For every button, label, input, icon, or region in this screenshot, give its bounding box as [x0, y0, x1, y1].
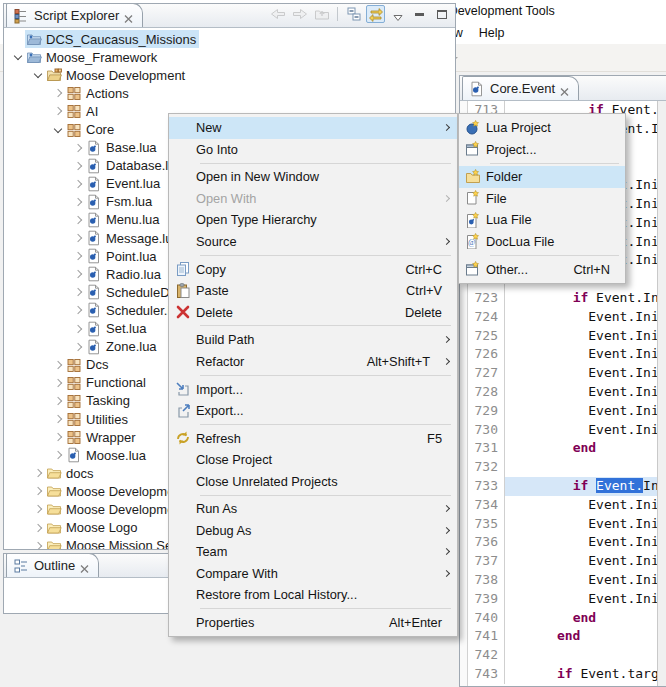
expand-chevron-icon[interactable] [53, 379, 61, 387]
context-menu-item-team[interactable]: Team [169, 541, 457, 563]
context-menu-item-refresh[interactable]: RefreshF5 [169, 427, 457, 449]
new-submenu-item-folder[interactable]: Folder [459, 166, 625, 188]
code-line[interactable]: 738 Event.IniCategory = Event.IniUnit:Ge… [468, 571, 657, 590]
code-line[interactable]: 723 if Event.IniDCSGroup and Event.IniDC… [468, 289, 657, 308]
context-menu-item-debug-as[interactable]: Debug As [169, 520, 457, 542]
code-line[interactable]: 732 [468, 458, 657, 477]
expand-chevron-icon[interactable] [33, 469, 41, 477]
tab-outline[interactable]: Outline [6, 553, 99, 577]
context-menu-item-delete[interactable]: DeleteDelete [169, 301, 457, 323]
menubar-help[interactable]: Help [471, 23, 513, 43]
expand-chevron-icon[interactable] [73, 143, 81, 151]
context-menu-item-open-in-new-window[interactable]: Open in New Window [169, 166, 457, 188]
editor-scrollbar[interactable] [657, 101, 666, 686]
code-line[interactable]: 734 Event.IniUnitName = Event.IniDCSUnit… [468, 496, 657, 515]
new-submenu-item-file[interactable]: File [459, 188, 625, 210]
expand-chevron-icon[interactable] [53, 89, 61, 97]
expand-chevron-icon[interactable] [73, 342, 81, 350]
tree-item-moose-framework[interactable]: Moose_Framework [4, 48, 455, 66]
context-menu-item-open-type-hierarchy[interactable]: Open Type Hierarchy [169, 209, 457, 231]
code-line[interactable]: 737 Event.IniCoalition = Event.IniUnit:G… [468, 552, 657, 571]
new-submenu-item-doclua-file[interactable]: @DocLua File [459, 231, 625, 253]
expand-chevron-icon[interactable] [73, 198, 81, 206]
expand-chevron-icon[interactable] [53, 451, 61, 459]
expand-chevron-icon[interactable] [73, 161, 81, 169]
forward-button[interactable] [290, 5, 309, 23]
code-line[interactable]: 733 if Event.IniDCSUnitName and Event.In… [468, 477, 657, 496]
collapse-all-button[interactable] [344, 5, 363, 23]
collapse-chevron-icon[interactable] [53, 124, 61, 132]
minimize-button[interactable] [410, 5, 429, 23]
tree-item-actions[interactable]: Actions [4, 84, 455, 102]
expand-chevron-icon[interactable] [33, 487, 41, 495]
context-menu-item-copy[interactable]: CopyCtrl+C [169, 258, 457, 280]
code-line[interactable]: 736 Event.IniPlayerName = Event.IniUnit:… [468, 533, 657, 552]
expand-chevron-icon[interactable] [73, 270, 81, 278]
editor-tab-title: Core.Event [490, 81, 555, 96]
code-line[interactable]: 743 if Event.target then [468, 665, 657, 684]
expand-chevron-icon[interactable] [53, 415, 61, 423]
new-submenu-item-other[interactable]: Other...Ctrl+N [459, 258, 625, 280]
expand-chevron-icon[interactable] [53, 433, 61, 441]
expand-chevron-icon[interactable] [73, 234, 81, 242]
back-button[interactable] [268, 5, 287, 23]
expand-chevron-icon[interactable] [73, 288, 81, 296]
code-line[interactable]: 724 Event.IniDCSGroupName = Event.IniDCS… [468, 308, 657, 327]
context-menu-item-restore-from-local-history[interactable]: Restore from Local History... [169, 584, 457, 606]
expand-chevron-icon[interactable] [33, 505, 41, 513]
tab-core-event[interactable]: Core.Event [462, 76, 579, 100]
expand-chevron-icon[interactable] [33, 523, 41, 531]
code-line[interactable]: 739 Event.IniTypeName = Event.IniUnit:Ge… [468, 590, 657, 609]
code-line[interactable]: 742 [468, 646, 657, 665]
view-menu-button[interactable] [388, 5, 407, 23]
new-submenu-item-lua-project[interactable]: Lua Project [459, 117, 625, 139]
context-menu-item-build-path[interactable]: Build Path [169, 329, 457, 351]
maximize-button[interactable] [432, 5, 451, 23]
collapse-chevron-icon[interactable] [13, 52, 21, 60]
code-line[interactable]: 727 Event.IniPlayerName = Event.IniDCSUn… [468, 364, 657, 383]
tab-script-explorer[interactable]: Script Explorer [6, 3, 143, 27]
context-menu-item-new[interactable]: New [169, 117, 457, 139]
expand-chevron-icon[interactable] [73, 216, 81, 224]
close-icon[interactable] [560, 84, 569, 93]
context-menu-item-close-unrelated-projects[interactable]: Close Unrelated Projects [169, 470, 457, 492]
context-menu-item-source[interactable]: Source [169, 231, 457, 253]
context-menu-item-go-into[interactable]: Go Into [169, 139, 457, 161]
code-line[interactable]: 740 end [468, 609, 657, 628]
close-icon[interactable] [80, 561, 89, 570]
context-menu-item-properties[interactable]: PropertiesAlt+Enter [169, 612, 457, 634]
code-line[interactable]: 725 Event.IniGroupName = Event.IniDCSGro… [468, 327, 657, 346]
tree-item-dcs-caucasus-missions[interactable]: DCS_Caucasus_Missions [4, 30, 455, 48]
code-line[interactable]: 726 Event.IniGroup = GROUP:FindByName( E… [468, 345, 657, 364]
expand-chevron-icon[interactable] [73, 306, 81, 314]
code-line[interactable]: 731 end [468, 439, 657, 458]
expand-chevron-icon[interactable] [33, 541, 41, 549]
context-menu-item-import[interactable]: Import... [169, 378, 457, 400]
expand-chevron-icon[interactable] [53, 107, 61, 115]
context-menu-item-export[interactable]: Export... [169, 400, 457, 422]
code-line[interactable]: 735 Event.IniGroupName = Event.IniDCSGro… [468, 515, 657, 534]
tree-item-moose-development[interactable]: Moose Development [4, 66, 455, 84]
new-submenu-item-lua-file[interactable]: Lua File [459, 209, 625, 231]
context-menu-item-paste[interactable]: PasteCtrl+V [169, 280, 457, 302]
code-line[interactable]: 730 Event.IniCountry = Event.IniDCSUnit:… [468, 421, 657, 440]
expand-chevron-icon[interactable] [53, 360, 61, 368]
submenu-arrow-icon [442, 124, 449, 131]
expand-chevron-icon[interactable] [73, 324, 81, 332]
new-submenu-item-project[interactable]: Project... [459, 139, 625, 161]
context-menu-item-close-project[interactable]: Close Project [169, 449, 457, 471]
code-line[interactable]: 741 end [468, 627, 657, 646]
link-with-editor-button[interactable] [366, 5, 385, 23]
folder-icon [46, 465, 62, 481]
up-button[interactable] [312, 5, 331, 23]
expand-chevron-icon[interactable] [73, 252, 81, 260]
close-icon[interactable] [124, 11, 133, 20]
code-line[interactable]: 728 Event.IniCoalition = Event.IniDCSUni… [468, 383, 657, 402]
context-menu-item-run-as[interactable]: Run As [169, 498, 457, 520]
code-line[interactable]: 729 Event.IniSize = Event.IniDCSGroup:ge… [468, 402, 657, 421]
expand-chevron-icon[interactable] [53, 397, 61, 405]
collapse-chevron-icon[interactable] [33, 70, 41, 78]
expand-chevron-icon[interactable] [73, 180, 81, 188]
context-menu-item-refactor[interactable]: RefactorAlt+Shift+T [169, 351, 457, 373]
context-menu-item-compare-with[interactable]: Compare With [169, 563, 457, 585]
